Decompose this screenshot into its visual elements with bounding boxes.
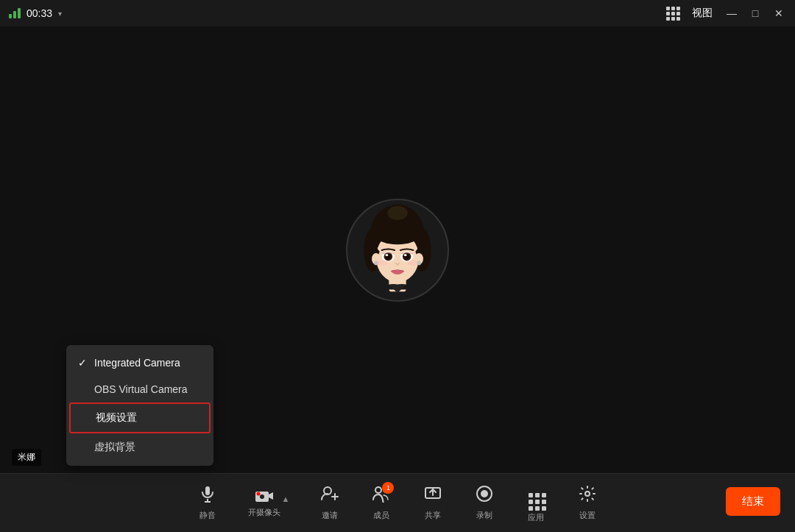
svg-point-28	[256, 492, 260, 496]
menu-item-integrated-camera-label: Integrated Camera	[94, 357, 180, 369]
svg-point-20	[376, 260, 388, 266]
mute-label: 静音	[199, 510, 216, 521]
name-tag: 米娜	[12, 449, 41, 466]
toolbar-mute[interactable]: 静音	[182, 479, 233, 527]
titlebar-right: 视图 — □ ✕	[666, 6, 786, 21]
camera-icon	[255, 488, 274, 504]
svg-point-32	[375, 487, 381, 493]
members-icon: 1	[372, 485, 391, 507]
check-icon: ✓	[78, 357, 88, 369]
window-title: 视图	[692, 7, 713, 20]
grid-view-icon[interactable]	[666, 7, 680, 21]
svg-marker-26	[269, 492, 273, 500]
signal-icon	[9, 8, 21, 18]
menu-item-obs-camera-label: OBS Virtual Camera	[94, 383, 188, 395]
minimize-button[interactable]: —	[724, 6, 739, 21]
mic-icon	[199, 485, 216, 507]
members-label: 成员	[373, 510, 389, 521]
svg-point-15	[385, 254, 388, 256]
no-check-spacer3: ✓	[78, 441, 88, 453]
settings-icon	[579, 485, 596, 507]
close-button[interactable]: ✕	[771, 6, 786, 21]
svg-point-27	[260, 494, 264, 499]
timer: 00:33	[26, 7, 52, 19]
menu-item-video-settings[interactable]: ✓ 视频设置	[69, 402, 211, 433]
end-call-button[interactable]: 结束	[726, 487, 780, 516]
camera-dropdown-arrow-icon[interactable]: ▲	[282, 494, 290, 503]
toolbar: 静音 开摄像头 ▲	[0, 473, 795, 532]
toolbar-invite[interactable]: 邀请	[304, 479, 356, 527]
svg-point-19	[404, 254, 407, 256]
invite-icon	[320, 485, 339, 507]
settings-label: 设置	[579, 510, 596, 521]
toolbar-camera[interactable]: 开摄像头 ▲	[233, 482, 305, 524]
svg-rect-22	[205, 486, 210, 495]
svg-point-21	[408, 260, 420, 266]
camera-dropdown-menu: ✓ Integrated Camera ✓ OBS Virtual Camera…	[66, 345, 213, 466]
no-check-spacer: ✓	[78, 383, 88, 395]
record-icon	[476, 485, 493, 507]
window-controls: — □ ✕	[724, 6, 786, 21]
user-avatar	[346, 199, 449, 302]
titlebar: 00:33 ▾ 视图 — □ ✕	[0, 0, 795, 26]
timer-dropdown-icon[interactable]: ▾	[58, 10, 62, 18]
maximize-button[interactable]: □	[748, 6, 763, 21]
share-icon	[424, 485, 442, 507]
svg-point-38	[585, 492, 590, 496]
menu-item-integrated-camera[interactable]: ✓ Integrated Camera	[66, 350, 213, 376]
titlebar-left: 00:33 ▾	[9, 7, 62, 19]
invite-label: 邀请	[322, 510, 338, 521]
toolbar-share[interactable]: 共享	[407, 479, 459, 527]
toolbar-settings[interactable]: 设置	[562, 479, 613, 527]
menu-item-video-settings-label: 视频设置	[96, 411, 137, 425]
members-badge: 1	[382, 482, 394, 494]
menu-item-virtual-bg-label: 虚拟背景	[94, 441, 135, 454]
toolbar-record[interactable]: 录制	[459, 479, 510, 527]
svg-point-37	[481, 490, 488, 497]
share-label: 共享	[425, 510, 441, 521]
svg-point-4	[387, 205, 407, 219]
toolbar-members[interactable]: 1 成员	[356, 479, 407, 527]
camera-label: 开摄像头	[248, 507, 280, 518]
svg-point-7	[376, 227, 419, 244]
record-label: 录制	[476, 510, 492, 521]
no-check-spacer2: ✓	[80, 412, 90, 424]
toolbar-apps[interactable]: 应用	[510, 477, 562, 529]
menu-item-virtual-bg[interactable]: ✓ 虚拟背景	[66, 433, 213, 461]
apps-icon	[527, 483, 545, 509]
menu-item-obs-camera[interactable]: ✓ OBS Virtual Camera	[66, 376, 213, 402]
apps-label: 应用	[528, 512, 544, 523]
